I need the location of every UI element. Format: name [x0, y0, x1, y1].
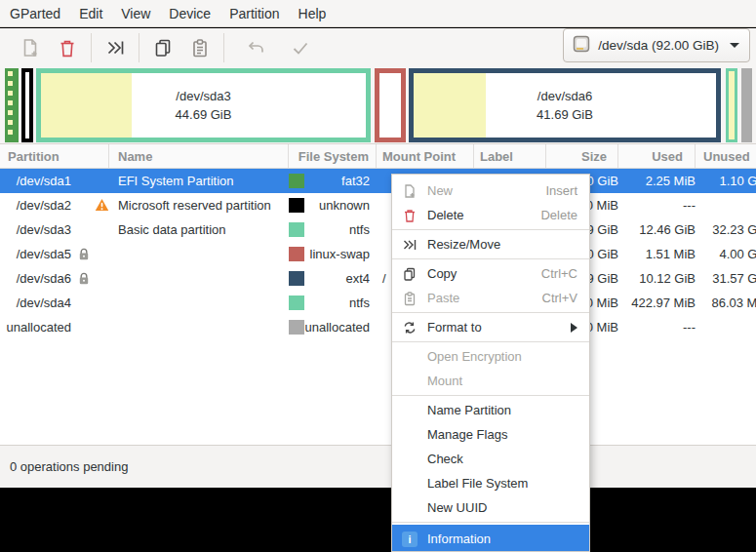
column-header-size: Size: [546, 144, 618, 168]
menu-item-open-encryption: Open Encryption: [392, 344, 589, 369]
info-icon: i: [402, 532, 427, 547]
menu-item-delete[interactable]: Delete Delete: [392, 203, 589, 227]
submenu-arrow-icon: [571, 323, 577, 333]
unused-cell: [696, 315, 756, 339]
hard-drive-icon: [572, 34, 591, 57]
unused-cell: 4.00 GiB: [696, 242, 756, 266]
disk-segment-sda2[interactable]: [21, 68, 33, 142]
menu-view[interactable]: View: [121, 6, 150, 21]
disk-segment-unallocated[interactable]: [741, 68, 752, 142]
segment-size: 44.69 GiB: [176, 105, 232, 124]
table-header: Partition Name File System Mount Point L…: [0, 144, 756, 169]
resize-move-icon: [402, 237, 427, 253]
menu-item-mount: Mount: [392, 369, 589, 393]
undo-icon: [245, 37, 266, 59]
table-row-sda6[interactable]: /dev/sda6 ext4 / 41.69 GiB 10.12 GiB 31.…: [0, 266, 756, 291]
device-selector[interactable]: /dev/sda (92.00 GiB): [563, 28, 750, 62]
table-row-unallocated[interactable]: unallocated unallocated 7.00 MiB ---: [0, 315, 756, 339]
menu-item-label-file-system[interactable]: Label File System: [392, 471, 589, 495]
partition-cell: /dev/sda6: [0, 266, 109, 291]
segment-label: /dev/sda6 41.69 GiB: [414, 73, 716, 138]
fs-color-swatch: [289, 296, 304, 310]
copy-button[interactable]: [144, 31, 181, 64]
name-cell: EFI System Partition: [109, 169, 289, 193]
unused-cell: 86.03 MiB: [696, 291, 756, 315]
menu-item-name-partition[interactable]: Name Partition: [392, 398, 589, 422]
used-cell: 2.25 MiB: [618, 169, 696, 193]
unused-cell: 1.10 GiB: [696, 169, 756, 193]
menu-edit[interactable]: Edit: [79, 6, 102, 21]
toolbar-separator: [223, 33, 224, 62]
warning-icon: [95, 198, 109, 212]
name-cell: [109, 242, 289, 266]
disk-segment-sda4[interactable]: [726, 68, 737, 142]
name-cell: [109, 291, 289, 315]
filesystem-cell: fat32: [289, 169, 377, 193]
fs-color-swatch: [289, 198, 304, 213]
unused-cell: 32.23 GiB: [696, 217, 756, 242]
table-row-sda3[interactable]: /dev/sda3 Basic data partition ntfs 44.6…: [0, 217, 756, 242]
partition-cell: /dev/sda2: [0, 193, 109, 217]
chevron-down-icon: [730, 43, 739, 48]
menu-separator: [392, 341, 589, 342]
partition-cell: /dev/sda1: [0, 169, 109, 193]
paste-icon: [402, 291, 427, 306]
filesystem-cell: unknown: [289, 193, 377, 217]
name-cell: Basic data partition: [109, 217, 289, 242]
paste-icon: [189, 37, 211, 59]
new-partition-button: [12, 31, 49, 64]
copy-icon: [152, 37, 174, 59]
table-row-sda4[interactable]: /dev/sda4 ntfs 509.00 MiB 422.97 MiB 86.…: [0, 291, 756, 315]
disk-overview-bar: /dev/sda3 44.69 GiB /dev/sda6 41.69 GiB: [0, 66, 756, 144]
menu-item-resize-move[interactable]: Resize/Move: [392, 232, 589, 256]
used-cell: 12.46 GiB: [618, 217, 696, 242]
menu-partition[interactable]: Partition: [229, 6, 279, 21]
device-selector-value: /dev/sda (92.00 GiB): [598, 38, 719, 53]
column-header-mount-point: Mount Point: [377, 144, 474, 168]
menu-item-manage-flags[interactable]: Manage Flags: [392, 422, 589, 447]
table-row-sda1[interactable]: /dev/sda1 EFI System Partition fat32 1.1…: [0, 169, 756, 193]
unused-cell: [696, 193, 756, 217]
menu-item-new-uuid[interactable]: New UUID: [392, 495, 589, 520]
disk-segment-sda5[interactable]: [375, 68, 406, 142]
delete-partition-button[interactable]: [49, 31, 86, 64]
fs-color-swatch: [289, 247, 304, 261]
menu-device[interactable]: Device: [169, 6, 211, 21]
used-space-pattern: [8, 71, 13, 139]
table-row-sda5[interactable]: /dev/sda5 linux-swap 4.00 GiB 1.51 MiB 4…: [0, 242, 756, 266]
fs-color-swatch: [289, 320, 304, 335]
segment-device-name: /dev/sda3: [176, 87, 230, 105]
lock-icon: [78, 272, 90, 285]
toolbar-separator: [139, 33, 139, 62]
menu-separator: [392, 229, 589, 230]
paste-button: [181, 31, 219, 64]
menu-item-check[interactable]: Check: [392, 447, 589, 471]
filesystem-cell: ext4: [289, 266, 377, 291]
menu-separator: [392, 395, 589, 396]
resize-move-button[interactable]: [97, 31, 134, 64]
toolbar: /dev/sda (92.00 GiB): [0, 28, 756, 66]
menu-help[interactable]: Help: [298, 6, 327, 21]
menu-item-paste: Paste Ctrl+V: [392, 286, 589, 310]
disk-segment-sda1[interactable]: [5, 68, 19, 142]
menu-item-information[interactable]: i Information: [392, 525, 589, 552]
fs-color-swatch: [289, 271, 304, 286]
partition-table: Partition Name File System Mount Point L…: [0, 144, 756, 445]
lock-icon: [78, 248, 90, 260]
partition-cell: /dev/sda5: [0, 242, 109, 266]
menu-item-format-to[interactable]: Format to: [392, 315, 589, 339]
menu-gparted[interactable]: GParted: [10, 6, 60, 21]
column-header-file-system: File System: [289, 144, 377, 168]
segment-label: /dev/sda3 44.69 GiB: [41, 73, 366, 138]
table-row-sda2[interactable]: /dev/sda2 Microsoft reserved partition u…: [0, 193, 756, 217]
segment-size: 41.69 GiB: [537, 105, 593, 124]
column-header-partition: Partition: [0, 144, 109, 168]
disk-segment-sda3[interactable]: /dev/sda3 44.69 GiB: [36, 68, 371, 142]
used-cell: ---: [618, 193, 696, 217]
name-cell: [109, 315, 289, 339]
menu-item-new: New Insert: [392, 178, 589, 203]
disk-segment-sda6[interactable]: /dev/sda6 41.69 GiB: [409, 68, 721, 142]
fs-color-swatch: [289, 174, 304, 188]
menu-item-copy[interactable]: Copy Ctrl+C: [392, 261, 589, 286]
resize-move-icon: [104, 37, 126, 59]
